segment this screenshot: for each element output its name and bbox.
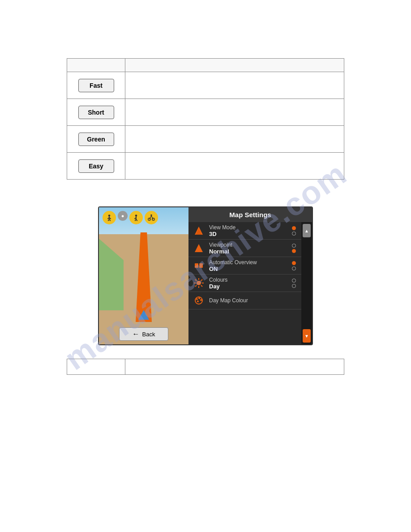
viewpoint-value: Normal bbox=[209, 248, 288, 255]
svg-line-27 bbox=[201, 285, 202, 287]
sun-icon bbox=[192, 276, 206, 290]
view-mode-radio bbox=[292, 226, 296, 236]
svg-point-11 bbox=[150, 215, 152, 216]
header-col2 bbox=[125, 59, 344, 72]
settings-scrollbar: ▲ ▼ bbox=[301, 222, 312, 344]
short-button[interactable]: Short bbox=[78, 106, 114, 119]
svg-point-6 bbox=[135, 215, 137, 217]
road-icon bbox=[192, 224, 206, 237]
radio-bottom bbox=[292, 284, 296, 288]
day-map-colour-text: Day Map Colour bbox=[209, 297, 298, 304]
table-row: Easy bbox=[67, 153, 344, 180]
easy-desc bbox=[125, 153, 344, 180]
table-row: Green bbox=[67, 126, 344, 153]
gps-icon: ● bbox=[118, 211, 128, 221]
view-mode-text: View Mode 3D bbox=[209, 224, 288, 237]
table-header-row bbox=[67, 59, 344, 72]
settings-body: View Mode 3D bbox=[188, 222, 312, 344]
easy-button[interactable]: Easy bbox=[78, 159, 114, 173]
svg-line-10 bbox=[136, 219, 137, 221]
settings-item-day-map-colour[interactable]: Day Map Colour bbox=[188, 292, 301, 309]
day-map-colour-label: Day Map Colour bbox=[209, 297, 298, 304]
view-mode-label: View Mode bbox=[209, 224, 288, 231]
table-row: Short bbox=[67, 99, 344, 126]
svg-point-31 bbox=[196, 298, 198, 300]
auto-overview-value: ON bbox=[209, 266, 288, 272]
colours-label: Colours bbox=[209, 277, 288, 283]
radio-top bbox=[292, 279, 296, 283]
settings-item-colours[interactable]: Colours Day bbox=[188, 275, 301, 292]
settings-item-viewpoint[interactable]: Viewpoint Normal bbox=[188, 240, 301, 257]
settings-panel: Map Settings View Mode 3D bbox=[188, 207, 312, 344]
back-label: Back bbox=[142, 331, 155, 338]
auto-overview-label: Automatic Overview bbox=[209, 259, 288, 266]
map-arrow bbox=[138, 310, 149, 320]
pedestrian-icon bbox=[103, 211, 116, 224]
bottom-table bbox=[67, 359, 344, 375]
short-desc bbox=[125, 99, 344, 126]
map-ui-container: ● bbox=[98, 206, 313, 345]
svg-line-29 bbox=[195, 285, 197, 287]
svg-line-5 bbox=[109, 219, 111, 221]
viewpoint-text: Viewpoint Normal bbox=[209, 242, 288, 255]
fast-desc bbox=[125, 72, 344, 99]
palette-icon bbox=[192, 294, 206, 307]
radio-bottom bbox=[292, 266, 296, 270]
settings-item-auto-overview[interactable]: Automatic Overview ON bbox=[188, 257, 301, 275]
viewpoint-radio bbox=[292, 244, 296, 253]
svg-point-0 bbox=[108, 215, 111, 217]
view-mode-value: 3D bbox=[209, 231, 288, 237]
svg-point-34 bbox=[197, 300, 199, 302]
easy-btn-cell[interactable]: Easy bbox=[67, 153, 125, 180]
auto-overview-radio bbox=[292, 261, 296, 270]
green-btn-cell[interactable]: Green bbox=[67, 126, 125, 153]
scroll-up-button[interactable]: ▲ bbox=[303, 224, 311, 237]
auto-overview-text: Automatic Overview ON bbox=[209, 259, 288, 272]
colours-radio bbox=[292, 279, 296, 288]
map-view: ● bbox=[99, 207, 188, 344]
bottom-col1 bbox=[67, 359, 125, 375]
settings-list: View Mode 3D bbox=[188, 222, 301, 344]
green-button[interactable]: Green bbox=[78, 133, 114, 146]
route-options-section: Fast Short Green Easy bbox=[67, 58, 344, 180]
radio-top bbox=[292, 244, 296, 248]
route-table: Fast Short Green Easy bbox=[67, 58, 344, 180]
green-desc bbox=[125, 126, 344, 153]
svg-rect-20 bbox=[199, 263, 203, 268]
hiker-icon bbox=[129, 211, 143, 224]
bottom-col2 bbox=[125, 359, 344, 375]
radio-top bbox=[292, 261, 296, 265]
viewpoint-label: Viewpoint bbox=[209, 242, 288, 248]
fast-button[interactable]: Fast bbox=[78, 79, 114, 92]
table-row bbox=[67, 359, 344, 375]
colours-value: Day bbox=[209, 283, 288, 290]
radio-bottom bbox=[292, 249, 296, 253]
viewpoint-icon bbox=[192, 241, 206, 255]
map-icons-row: ● bbox=[103, 211, 158, 224]
fast-btn-cell[interactable]: Fast bbox=[67, 72, 125, 99]
svg-point-21 bbox=[197, 281, 201, 285]
map-settings-section: ● bbox=[67, 206, 344, 345]
cyclist-icon bbox=[145, 211, 158, 224]
scroll-down-button[interactable]: ▼ bbox=[303, 329, 311, 343]
svg-line-28 bbox=[201, 279, 202, 281]
svg-line-26 bbox=[195, 279, 197, 281]
settings-item-view-mode[interactable]: View Mode 3D bbox=[188, 222, 301, 240]
settings-header: Map Settings bbox=[188, 207, 312, 222]
table-row: Fast bbox=[67, 72, 344, 99]
svg-rect-19 bbox=[195, 263, 198, 268]
back-arrow-icon: ← bbox=[133, 330, 140, 338]
svg-point-33 bbox=[200, 299, 202, 301]
back-button[interactable]: ← Back bbox=[119, 327, 168, 341]
overview-icon bbox=[192, 259, 206, 272]
radio-top bbox=[292, 226, 296, 230]
svg-marker-18 bbox=[195, 244, 203, 252]
short-btn-cell[interactable]: Short bbox=[67, 99, 125, 126]
colours-text: Colours Day bbox=[209, 277, 288, 290]
svg-point-32 bbox=[198, 297, 200, 299]
header-col1 bbox=[67, 59, 125, 72]
radio-bottom bbox=[292, 232, 296, 236]
bottom-section bbox=[67, 359, 344, 375]
